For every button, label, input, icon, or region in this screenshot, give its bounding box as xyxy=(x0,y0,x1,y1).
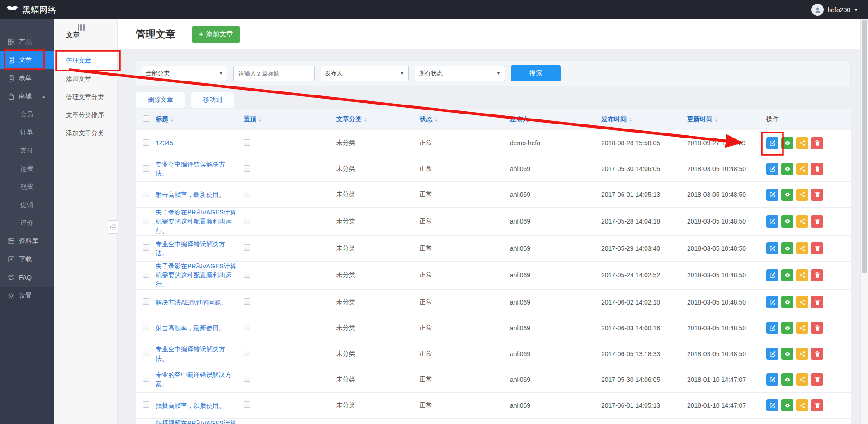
publisher-select[interactable]: 发布人 ▼ xyxy=(321,66,409,81)
share-button[interactable] xyxy=(796,215,808,228)
select-all-checkbox[interactable] xyxy=(143,115,149,122)
sidebar-item-orders[interactable]: 订单 xyxy=(0,124,54,142)
view-button[interactable] xyxy=(781,322,793,334)
share-button[interactable] xyxy=(796,399,808,411)
row-checkbox[interactable] xyxy=(143,401,149,408)
header-title[interactable]: 标题▲▼ xyxy=(156,115,244,124)
delete-button[interactable] xyxy=(811,189,823,201)
delete-button[interactable] xyxy=(811,215,823,228)
delete-button[interactable] xyxy=(811,269,823,281)
move-to-button[interactable]: 移动到 xyxy=(191,92,234,108)
row-checkbox[interactable] xyxy=(143,244,149,251)
edit-button[interactable] xyxy=(766,348,778,360)
share-button[interactable] xyxy=(796,322,808,334)
scrollbar-thumb[interactable] xyxy=(862,20,867,273)
add-article-button[interactable]: + 添加文章 xyxy=(192,26,240,43)
top-checkbox[interactable] xyxy=(244,272,250,278)
header-publisher[interactable]: 发布人▲▼ xyxy=(510,115,601,124)
share-button[interactable] xyxy=(796,296,808,308)
share-button[interactable] xyxy=(796,348,808,360)
article-title-link[interactable]: 专业空中编译错误解决方法。 xyxy=(156,160,244,178)
edit-button[interactable] xyxy=(766,399,778,411)
view-button[interactable] xyxy=(781,163,793,175)
sidebar-item-payment[interactable]: 支付 xyxy=(0,142,54,160)
view-button[interactable] xyxy=(781,399,793,411)
article-title-link[interactable]: 夹子录影在PR和VAGES计算机需要的这种配置顺利地运行。 xyxy=(156,208,244,235)
sidebar-item-faq[interactable]: FAQ xyxy=(0,268,54,286)
share-button[interactable] xyxy=(796,373,808,386)
top-checkbox[interactable] xyxy=(244,191,250,197)
header-publish-time[interactable]: 发布时间▲▼ xyxy=(601,115,687,124)
view-button[interactable] xyxy=(781,242,793,254)
row-checkbox[interactable] xyxy=(143,191,149,197)
edit-button[interactable] xyxy=(766,242,778,254)
delete-button[interactable] xyxy=(811,137,823,149)
top-checkbox[interactable] xyxy=(244,324,250,330)
edit-button[interactable] xyxy=(766,215,778,228)
row-checkbox[interactable] xyxy=(143,298,149,305)
view-button[interactable] xyxy=(781,348,793,360)
row-checkbox[interactable] xyxy=(143,350,149,356)
delete-button[interactable] xyxy=(811,163,823,175)
row-checkbox[interactable] xyxy=(143,218,149,224)
sidebar-item-shop[interactable]: 商城 ▲ xyxy=(0,87,54,105)
delete-button[interactable] xyxy=(811,322,823,334)
submenu-item-add-article[interactable]: 添加文章 xyxy=(54,70,117,88)
article-title-link[interactable]: 射击高帧率，最新使用。 xyxy=(156,190,244,199)
header-category[interactable]: 文章分类▲▼ xyxy=(336,115,420,124)
article-title-link[interactable]: 拍摄高帧率，以后使用。 xyxy=(156,401,244,410)
share-button[interactable] xyxy=(796,137,808,149)
share-button[interactable] xyxy=(796,242,808,254)
share-button[interactable] xyxy=(796,269,808,281)
edit-button[interactable] xyxy=(766,137,778,149)
sidebar-item-members[interactable]: 会员 xyxy=(0,105,54,124)
delete-button[interactable] xyxy=(811,373,823,386)
share-button[interactable] xyxy=(796,163,808,175)
edit-button[interactable] xyxy=(766,373,778,386)
sidebar-item-shipping[interactable]: 运费 xyxy=(0,160,54,178)
row-checkbox[interactable] xyxy=(143,272,149,278)
edit-button[interactable] xyxy=(766,269,778,281)
header-update-time[interactable]: 更新时间▲▼ xyxy=(687,115,766,124)
row-checkbox[interactable] xyxy=(143,165,149,172)
view-button[interactable] xyxy=(781,189,793,201)
vertical-scrollbar[interactable] xyxy=(860,19,868,424)
article-title-link[interactable]: 专业空中编译错误解决方法。 xyxy=(156,344,244,363)
header-status[interactable]: 状态▲▼ xyxy=(420,115,510,124)
row-checkbox[interactable] xyxy=(143,376,149,382)
sidebar-item-promotion[interactable]: 促销 xyxy=(0,196,54,214)
view-button[interactable] xyxy=(781,373,793,386)
view-button[interactable] xyxy=(781,269,793,281)
delete-button[interactable] xyxy=(811,399,823,411)
submenu-item-manage-categories[interactable]: 管理文章分类 xyxy=(54,88,117,106)
header-top[interactable]: 置顶▲▼ xyxy=(244,115,336,124)
delete-button[interactable] xyxy=(811,296,823,308)
delete-articles-button[interactable]: 删除文章 xyxy=(136,92,185,108)
status-select[interactable]: 所有状态 ▼ xyxy=(415,66,505,81)
article-title-link[interactable]: 12345 xyxy=(156,138,244,148)
delete-button[interactable] xyxy=(811,242,823,254)
user-menu[interactable]: hefo200 ▼ xyxy=(811,4,858,16)
share-button[interactable] xyxy=(796,189,808,201)
submenu-drag-handle-icon[interactable] xyxy=(76,23,86,33)
delete-button[interactable] xyxy=(811,348,823,360)
row-checkbox[interactable] xyxy=(143,324,149,330)
article-title-link[interactable]: 拍摄视频在PR和VAGES计算机需要的这种配置顺利地运行。 xyxy=(156,419,244,424)
top-checkbox[interactable] xyxy=(244,401,250,408)
top-checkbox[interactable] xyxy=(244,139,250,146)
top-checkbox[interactable] xyxy=(244,376,250,382)
sidebar-item-reviews[interactable]: 评价 xyxy=(0,214,54,232)
row-checkbox[interactable] xyxy=(143,139,149,146)
submenu-item-add-category[interactable]: 添加文章分类 xyxy=(54,124,117,143)
edit-button[interactable] xyxy=(766,163,778,175)
top-checkbox[interactable] xyxy=(244,165,250,172)
sidebar-item-library[interactable]: 资料库 xyxy=(0,232,54,250)
sidebar-item-settings[interactable]: 设置 xyxy=(0,287,54,305)
sidebar-item-products[interactable]: 产品 xyxy=(0,33,54,51)
top-checkbox[interactable] xyxy=(244,218,250,224)
article-title-link[interactable]: 射击高帧率，最新使用。 xyxy=(156,324,244,333)
sidebar-item-forms[interactable]: 表单 xyxy=(0,69,54,87)
category-select[interactable]: 全部分类 ▼ xyxy=(142,66,227,81)
top-checkbox[interactable] xyxy=(244,244,250,251)
top-checkbox[interactable] xyxy=(244,350,250,356)
